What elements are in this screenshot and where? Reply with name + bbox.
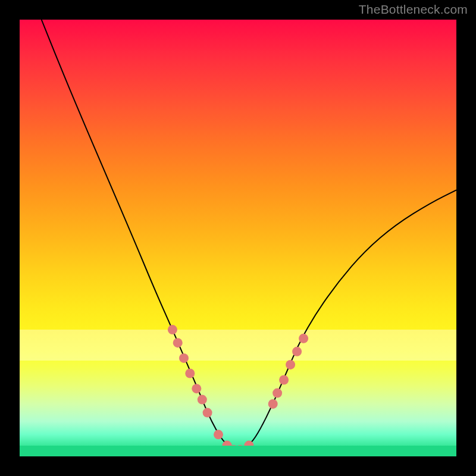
marker-point bbox=[273, 389, 282, 398]
markers-group bbox=[168, 325, 308, 455]
marker-point bbox=[286, 360, 295, 369]
bottleneck-curve bbox=[42, 20, 456, 450]
chart-svg bbox=[20, 20, 456, 456]
marker-point bbox=[203, 408, 212, 418]
marker-point bbox=[299, 334, 308, 343]
plot-area bbox=[20, 20, 456, 456]
marker-point bbox=[244, 441, 253, 450]
marker-point bbox=[192, 384, 201, 393]
watermark-text: TheBottleneck.com bbox=[359, 2, 468, 17]
marker-point bbox=[198, 395, 207, 405]
marker-point bbox=[268, 399, 278, 409]
marker-point bbox=[214, 430, 223, 439]
marker-point bbox=[223, 441, 232, 450]
marker-point bbox=[236, 445, 245, 455]
marker-point bbox=[292, 347, 302, 356]
marker-point bbox=[173, 338, 183, 347]
marker-point bbox=[185, 369, 195, 378]
marker-point bbox=[229, 445, 239, 455]
marker-point bbox=[179, 353, 189, 363]
chart-frame: TheBottleneck.com bbox=[0, 0, 476, 476]
marker-point bbox=[168, 325, 177, 334]
marker-point bbox=[279, 375, 289, 385]
